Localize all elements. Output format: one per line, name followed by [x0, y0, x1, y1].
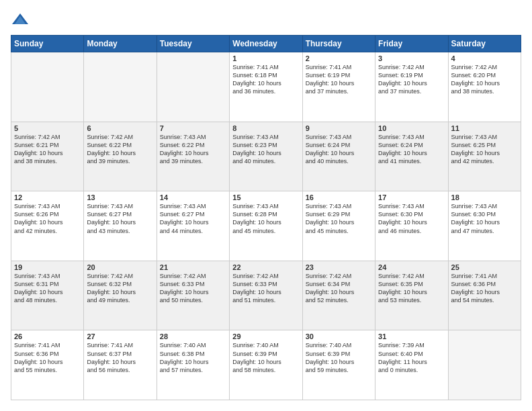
- day-cell: 14Sunrise: 7:43 AM Sunset: 6:27 PM Dayli…: [157, 191, 229, 261]
- week-row-3: 12Sunrise: 7:43 AM Sunset: 6:26 PM Dayli…: [11, 191, 521, 261]
- day-number: 13: [87, 193, 153, 201]
- day-number: 14: [160, 193, 226, 201]
- day-info: Sunrise: 7:41 AM Sunset: 6:19 PM Dayligh…: [306, 63, 372, 96]
- day-cell: 26Sunrise: 7:41 AM Sunset: 6:36 PM Dayli…: [11, 330, 84, 400]
- logo-icon: [11, 11, 30, 30]
- day-number: 6: [87, 124, 153, 132]
- day-cell: 31Sunrise: 7:39 AM Sunset: 6:40 PM Dayli…: [375, 330, 448, 400]
- day-info: Sunrise: 7:43 AM Sunset: 6:26 PM Dayligh…: [14, 202, 81, 235]
- day-cell: 1Sunrise: 7:41 AM Sunset: 6:18 PM Daylig…: [230, 52, 302, 122]
- weekday-header-row: SundayMondayTuesdayWednesdayThursdayFrid…: [11, 36, 521, 52]
- day-number: 23: [306, 263, 372, 271]
- day-cell: 25Sunrise: 7:41 AM Sunset: 6:36 PM Dayli…: [448, 261, 521, 330]
- day-number: 21: [160, 263, 226, 271]
- day-cell: 19Sunrise: 7:43 AM Sunset: 6:31 PM Dayli…: [11, 261, 84, 330]
- day-number: 8: [232, 124, 299, 132]
- day-info: Sunrise: 7:42 AM Sunset: 6:33 PM Dayligh…: [232, 272, 299, 305]
- day-number: 16: [306, 193, 372, 201]
- day-cell: 11Sunrise: 7:43 AM Sunset: 6:25 PM Dayli…: [448, 122, 521, 191]
- day-cell: 12Sunrise: 7:43 AM Sunset: 6:26 PM Dayli…: [11, 191, 84, 261]
- day-cell: [84, 52, 157, 122]
- day-number: 25: [451, 263, 518, 271]
- day-number: 26: [14, 332, 81, 340]
- day-info: Sunrise: 7:42 AM Sunset: 6:32 PM Dayligh…: [87, 272, 153, 305]
- day-cell: 23Sunrise: 7:42 AM Sunset: 6:34 PM Dayli…: [302, 261, 375, 330]
- day-number: 29: [232, 332, 299, 340]
- day-cell: 3Sunrise: 7:42 AM Sunset: 6:19 PM Daylig…: [375, 52, 448, 122]
- day-info: Sunrise: 7:43 AM Sunset: 6:27 PM Dayligh…: [160, 202, 226, 235]
- day-info: Sunrise: 7:41 AM Sunset: 6:36 PM Dayligh…: [14, 341, 81, 374]
- day-info: Sunrise: 7:43 AM Sunset: 6:29 PM Dayligh…: [306, 202, 372, 235]
- weekday-friday: Friday: [375, 36, 448, 52]
- day-cell: 21Sunrise: 7:42 AM Sunset: 6:33 PM Dayli…: [157, 261, 229, 330]
- day-number: 19: [14, 263, 81, 271]
- weekday-saturday: Saturday: [448, 36, 521, 52]
- day-cell: 6Sunrise: 7:42 AM Sunset: 6:22 PM Daylig…: [84, 122, 157, 191]
- day-cell: 2Sunrise: 7:41 AM Sunset: 6:19 PM Daylig…: [302, 52, 375, 122]
- day-info: Sunrise: 7:40 AM Sunset: 6:39 PM Dayligh…: [232, 341, 299, 374]
- weekday-sunday: Sunday: [11, 36, 84, 52]
- week-row-4: 19Sunrise: 7:43 AM Sunset: 6:31 PM Dayli…: [11, 261, 521, 330]
- weekday-monday: Monday: [84, 36, 157, 52]
- day-info: Sunrise: 7:43 AM Sunset: 6:28 PM Dayligh…: [232, 202, 299, 235]
- day-cell: 15Sunrise: 7:43 AM Sunset: 6:28 PM Dayli…: [230, 191, 302, 261]
- day-cell: 4Sunrise: 7:42 AM Sunset: 6:20 PM Daylig…: [448, 52, 521, 122]
- week-row-2: 5Sunrise: 7:42 AM Sunset: 6:21 PM Daylig…: [11, 122, 521, 191]
- day-info: Sunrise: 7:40 AM Sunset: 6:38 PM Dayligh…: [160, 341, 226, 374]
- day-number: 31: [378, 332, 445, 340]
- day-cell: 29Sunrise: 7:40 AM Sunset: 6:39 PM Dayli…: [230, 330, 302, 400]
- day-cell: 27Sunrise: 7:41 AM Sunset: 6:37 PM Dayli…: [84, 330, 157, 400]
- day-number: 18: [451, 193, 518, 201]
- day-cell: 18Sunrise: 7:43 AM Sunset: 6:30 PM Dayli…: [448, 191, 521, 261]
- day-info: Sunrise: 7:43 AM Sunset: 6:22 PM Dayligh…: [160, 133, 226, 166]
- day-number: 5: [14, 124, 81, 132]
- day-number: 9: [306, 124, 372, 132]
- week-row-1: 1Sunrise: 7:41 AM Sunset: 6:18 PM Daylig…: [11, 52, 521, 122]
- day-info: Sunrise: 7:43 AM Sunset: 6:25 PM Dayligh…: [451, 133, 518, 166]
- day-number: 7: [160, 124, 226, 132]
- day-cell: 28Sunrise: 7:40 AM Sunset: 6:38 PM Dayli…: [157, 330, 229, 400]
- day-info: Sunrise: 7:42 AM Sunset: 6:34 PM Dayligh…: [306, 272, 372, 305]
- day-info: Sunrise: 7:43 AM Sunset: 6:23 PM Dayligh…: [232, 133, 299, 166]
- day-number: 30: [306, 332, 372, 340]
- day-info: Sunrise: 7:41 AM Sunset: 6:18 PM Dayligh…: [232, 63, 299, 96]
- day-cell: 24Sunrise: 7:42 AM Sunset: 6:35 PM Dayli…: [375, 261, 448, 330]
- day-info: Sunrise: 7:42 AM Sunset: 6:21 PM Dayligh…: [14, 133, 81, 166]
- day-number: 24: [378, 263, 445, 271]
- weekday-tuesday: Tuesday: [157, 36, 229, 52]
- weekday-thursday: Thursday: [302, 36, 375, 52]
- day-cell: [11, 52, 84, 122]
- day-info: Sunrise: 7:43 AM Sunset: 6:31 PM Dayligh…: [14, 272, 81, 305]
- header: [11, 11, 521, 30]
- day-info: Sunrise: 7:42 AM Sunset: 6:33 PM Dayligh…: [160, 272, 226, 305]
- day-cell: 7Sunrise: 7:43 AM Sunset: 6:22 PM Daylig…: [157, 122, 229, 191]
- day-number: 2: [306, 54, 372, 62]
- day-number: 28: [160, 332, 226, 340]
- day-number: 11: [451, 124, 518, 132]
- week-row-5: 26Sunrise: 7:41 AM Sunset: 6:36 PM Dayli…: [11, 330, 521, 400]
- calendar-table: SundayMondayTuesdayWednesdayThursdayFrid…: [11, 35, 521, 400]
- day-number: 20: [87, 263, 153, 271]
- day-cell: 17Sunrise: 7:43 AM Sunset: 6:30 PM Dayli…: [375, 191, 448, 261]
- day-cell: [448, 330, 521, 400]
- day-cell: 22Sunrise: 7:42 AM Sunset: 6:33 PM Dayli…: [230, 261, 302, 330]
- day-number: 10: [378, 124, 445, 132]
- day-cell: [157, 52, 229, 122]
- day-cell: 13Sunrise: 7:43 AM Sunset: 6:27 PM Dayli…: [84, 191, 157, 261]
- day-number: 1: [232, 54, 299, 62]
- day-info: Sunrise: 7:39 AM Sunset: 6:40 PM Dayligh…: [378, 341, 445, 374]
- day-cell: 20Sunrise: 7:42 AM Sunset: 6:32 PM Dayli…: [84, 261, 157, 330]
- day-cell: 8Sunrise: 7:43 AM Sunset: 6:23 PM Daylig…: [230, 122, 302, 191]
- day-info: Sunrise: 7:43 AM Sunset: 6:27 PM Dayligh…: [87, 202, 153, 235]
- day-number: 12: [14, 193, 81, 201]
- day-info: Sunrise: 7:43 AM Sunset: 6:30 PM Dayligh…: [378, 202, 445, 235]
- day-info: Sunrise: 7:43 AM Sunset: 6:24 PM Dayligh…: [378, 133, 445, 166]
- day-cell: 9Sunrise: 7:43 AM Sunset: 6:24 PM Daylig…: [302, 122, 375, 191]
- day-number: 15: [232, 193, 299, 201]
- day-number: 17: [378, 193, 445, 201]
- day-info: Sunrise: 7:42 AM Sunset: 6:22 PM Dayligh…: [87, 133, 153, 166]
- day-info: Sunrise: 7:42 AM Sunset: 6:20 PM Dayligh…: [451, 63, 518, 96]
- day-cell: 16Sunrise: 7:43 AM Sunset: 6:29 PM Dayli…: [302, 191, 375, 261]
- day-cell: 30Sunrise: 7:40 AM Sunset: 6:39 PM Dayli…: [302, 330, 375, 400]
- day-info: Sunrise: 7:43 AM Sunset: 6:30 PM Dayligh…: [451, 202, 518, 235]
